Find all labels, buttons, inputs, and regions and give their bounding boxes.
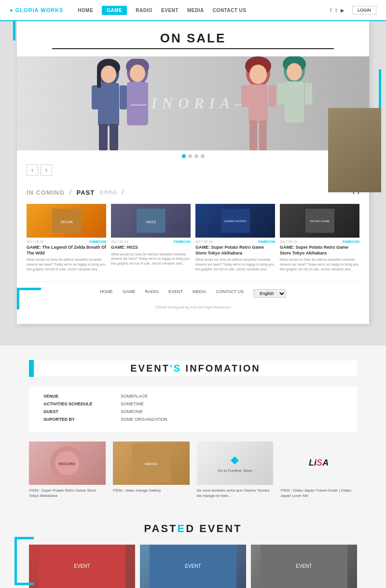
svg-text:EVENT: EVENT	[185, 563, 201, 569]
item-img-3: LiSA	[280, 441, 357, 485]
event-title-bar: EVENT'S INFOMATION	[29, 360, 357, 377]
svg-text:MANGA: MANGA	[145, 462, 157, 466]
nav-game[interactable]: GAME	[102, 6, 127, 15]
svg-rect-5	[110, 124, 118, 150]
game-section: IN COMING / PAST 近作作品 / ‹ › ZELDA 2017.0…	[17, 181, 369, 324]
game-title-1: GAME: HI!ZS	[111, 245, 191, 251]
footer-nav: HOME GAME RADIO EVENT MEDIA CONTACT US E…	[27, 281, 359, 305]
game-title-0: GAME: The Legend Of Zelda Breath Of The …	[27, 245, 106, 256]
item-label-0: ITEM : Super Potato Retro Game Store Tok…	[29, 488, 106, 498]
youtube-icon[interactable]: ▶	[341, 8, 345, 13]
site-logo: ● GLORIA WORKS	[10, 7, 63, 13]
footer-radio[interactable]: RADIO	[145, 289, 159, 298]
footer-event[interactable]: EVENT	[168, 289, 183, 298]
svg-rect-4	[99, 124, 108, 150]
nav-home[interactable]: HOME	[78, 8, 93, 13]
game-desc-3: What would our lives be without beautifu…	[280, 257, 359, 271]
event-info-table: VENUE SOMEPLACE ACTIVITIES SCHEDULE SOME…	[29, 387, 357, 432]
game-tag-0: FAMECON	[89, 240, 106, 243]
store-diamond-icon: ◆	[231, 454, 239, 466]
event-info-row-3: SUPORTED BY SOME ORGANIZATION	[43, 417, 343, 422]
language-select[interactable]: English	[253, 289, 286, 298]
dot-3[interactable]	[194, 154, 198, 158]
game-card-meta-2: 2017.05.23 FAMECON	[195, 240, 275, 243]
svg-text:RECORD: RECORD	[59, 462, 76, 466]
navbar: ● GLORIA WORKS HOME GAME RADIO EVENT MED…	[0, 0, 386, 21]
event-photo-item-1[interactable]: EVENT EVENT : Se vocé também acha que. O…	[140, 545, 246, 588]
footer-home[interactable]: HOME	[100, 289, 113, 298]
nav-radio[interactable]: RADIO	[136, 8, 152, 13]
nav-event[interactable]: EVENT	[161, 8, 179, 13]
item-img-1: MANGA	[113, 441, 190, 485]
svg-rect-20	[259, 120, 267, 150]
right-photo-box	[328, 108, 381, 192]
svg-text:SUPER POTATO: SUPER POTATO	[224, 220, 246, 223]
tab-incoming[interactable]: IN COMING	[27, 189, 65, 196]
event-guest-label: GUEST	[43, 409, 106, 414]
svg-rect-17	[241, 85, 248, 107]
game-date-1: 2017.05.23	[111, 240, 128, 243]
svg-point-24	[287, 63, 302, 80]
game-card-2[interactable]: SUPER POTATO 2017.05.23 FAMECON GAME: Su…	[195, 204, 275, 272]
login-button[interactable]: LOGIN	[352, 6, 376, 14]
tab-past[interactable]: PAST	[77, 189, 95, 196]
event-photo-item-2[interactable]: EVENT EVENT : Otaku Japan Travel Guide |…	[251, 545, 357, 588]
game-date-0: 2017.05.23	[27, 240, 43, 243]
footer-media[interactable]: MEDIA	[193, 289, 207, 298]
game-desc-1: What would our lives be without beautifu…	[111, 252, 191, 266]
svg-point-16	[249, 65, 267, 84]
tab-subtitle: 近作作品	[99, 189, 117, 196]
pasted-event-title: PASTED EVENT	[29, 522, 357, 535]
nav-links: HOME GAME RADIO EVENT MEDIA CONTACT US	[78, 6, 246, 15]
nav-contact[interactable]: CONTACT US	[213, 8, 247, 13]
tab-divider-1: /	[69, 188, 71, 197]
game-tag-2: FAMECON	[258, 240, 275, 243]
pasted-event-section: PASTED EVENT EVENT EVENT : Super Potato …	[0, 513, 386, 588]
item-card-1[interactable]: MANGA ITEM : otaku manga Gallery	[113, 441, 190, 498]
item-label-3: ITEM : Otaku Japan Travel Guide | Otaku …	[280, 488, 357, 498]
game-card-0[interactable]: ZELDA 2017.05.23 FAMECON GAME: The Legen…	[27, 204, 106, 272]
next-arrow[interactable]: ›	[41, 164, 52, 176]
hero-characters-right	[224, 56, 321, 150]
twitter-icon[interactable]: t	[335, 8, 337, 13]
game-date-3: 2017.05.23	[280, 240, 297, 243]
item-label-2: Se vocé também acha que Osamu Tezuka wa …	[197, 488, 274, 498]
nav-media[interactable]: MEDIA	[187, 8, 204, 13]
facebook-icon[interactable]: f	[330, 8, 331, 13]
item-card-2[interactable]: ◆ Go to Fuellher Store Se vocé também ac…	[197, 441, 274, 498]
event-info-row-1: ACTIVITIES SCHEDULE SOMETIME	[43, 401, 343, 406]
store-link-text: Go to Fuellher Store	[218, 468, 252, 473]
prev-arrow[interactable]: ‹	[27, 164, 38, 176]
event-photo-img-0: EVENT	[29, 545, 135, 588]
footer-contact[interactable]: CONTACT US	[216, 289, 244, 298]
event-photo-item-0[interactable]: EVENT EVENT : Super Potato Retro Game St…	[29, 545, 135, 588]
dot-4[interactable]	[201, 154, 205, 158]
game-card-1[interactable]: HI!ZS 2017.05.23 FAMECON GAME: HI!ZS Wha…	[111, 204, 191, 272]
svg-text:RETRO GAME: RETRO GAME	[310, 220, 329, 223]
item-card-3[interactable]: LiSA ITEM : Otaku Japan Travel Guide | O…	[280, 441, 357, 498]
game-tag-1: FAMECON	[174, 240, 191, 243]
game-card-img-0: ZELDA	[27, 204, 106, 238]
top-section: ON SALE	[17, 21, 369, 324]
svg-point-12	[130, 65, 145, 82]
item-card-0[interactable]: RECORD ITEM : Super Potato Retro Game St…	[29, 441, 106, 498]
game-card-img-1: HI!ZS	[111, 204, 191, 238]
on-sale-section: ON SALE	[17, 21, 369, 181]
footer-game[interactable]: GAME	[123, 289, 136, 298]
dot-2[interactable]	[188, 154, 192, 158]
svg-text:HI!ZS: HI!ZS	[146, 220, 155, 224]
game-date-2: 2017.05.23	[195, 240, 212, 243]
on-sale-divider	[52, 48, 334, 49]
event-suported-label: SUPORTED BY	[43, 417, 106, 422]
dot-1[interactable]	[182, 154, 186, 158]
game-card-3[interactable]: RETRO GAME 2017.05.23 FAMECON GAME: Supe…	[280, 204, 359, 272]
banner-arrows: ‹ ›	[17, 162, 369, 181]
event-guest-value: SOMEONE	[121, 409, 143, 414]
game-desc-0: What would our lives be without beautifu…	[27, 257, 106, 271]
event-photo-grid-row1: EVENT EVENT : Super Potato Retro Game St…	[29, 545, 357, 588]
spacer	[0, 324, 386, 336]
game-card-meta-3: 2017.05.23 FAMECON	[280, 240, 359, 243]
game-card-img-3: RETRO GAME	[280, 204, 359, 238]
item-img-2: ◆ Go to Fuellher Store	[197, 441, 274, 485]
event-title-apostrophe: 'S	[170, 363, 181, 374]
